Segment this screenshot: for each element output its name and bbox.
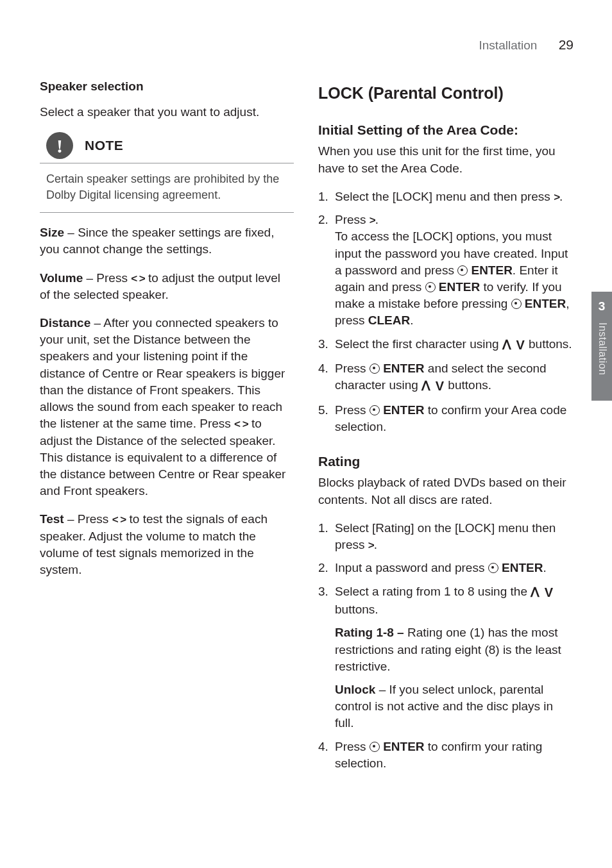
- volume-label: Volume: [40, 271, 83, 285]
- step-content: Press >. To access the [LOCK] options, y…: [335, 212, 572, 330]
- step-content: Select the [LOCK] menu and then press >.: [335, 188, 572, 205]
- header-page-number: 29: [559, 37, 574, 52]
- rating-intro: Blocks playback of rated DVDs based on t…: [318, 474, 572, 508]
- step-number: 4.: [318, 360, 335, 396]
- left-column: Speaker selection Select a speaker that …: [40, 78, 294, 778]
- note-body: Certain speaker settings are prohibited …: [40, 170, 294, 213]
- area-intro: When you use this unit for the first tim…: [318, 143, 572, 176]
- enter-icon: [457, 265, 468, 276]
- rating-steps: 1. Select [Rating] on the [LOCK] menu th…: [318, 520, 572, 772]
- enter-icon: [425, 282, 436, 292]
- left-right-icon: < >: [112, 513, 126, 526]
- rating-1-8-note: Rating 1-8 – Rating one (1) has the most…: [335, 624, 572, 675]
- list-item: 2. Press >. To access the [LOCK] options…: [318, 212, 572, 330]
- alert-icon: !: [46, 132, 73, 159]
- step-content: Select a rating from 1 to 8 using the Ʌ …: [335, 583, 572, 732]
- list-item: 3. Select the first character using Ʌ V …: [318, 336, 572, 355]
- size-label: Size: [40, 226, 64, 239]
- step-content: Press ENTER and select the second charac…: [335, 360, 572, 396]
- step-number: 5.: [318, 402, 335, 435]
- step-number: 1.: [318, 188, 335, 205]
- right-column: LOCK (Parental Control) Initial Setting …: [318, 78, 572, 778]
- up-down-icon: Ʌ V: [421, 379, 445, 393]
- area-code-steps: 1. Select the [LOCK] menu and then press…: [318, 188, 572, 436]
- heading-rating: Rating: [318, 453, 572, 471]
- heading-area-code: Initial Setting of the Area Code:: [318, 121, 572, 140]
- side-chapter-tab: 3 Installation: [591, 292, 612, 401]
- side-tab-number: 3: [591, 292, 612, 317]
- test-label: Test: [40, 512, 64, 526]
- right-icon: >: [368, 539, 374, 551]
- note-header: ! NOTE: [40, 132, 294, 163]
- list-item: 4. Press ENTER and select the second cha…: [318, 360, 572, 396]
- volume-paragraph: Volume – Press < > to adjust the output …: [40, 270, 294, 303]
- note-box: ! NOTE Certain speaker settings are proh…: [40, 132, 294, 213]
- size-text: – Since the speaker settings are fixed, …: [40, 226, 274, 256]
- distance-text-1: – After you connected speakers to your u…: [40, 316, 285, 430]
- note-title: NOTE: [85, 137, 123, 155]
- volume-text-1: – Press: [83, 271, 131, 285]
- enter-icon: [511, 299, 522, 309]
- rating-unlock-note: Unlock – If you select unlock, parental …: [335, 681, 572, 732]
- enter-icon: [370, 405, 380, 415]
- distance-label: Distance: [40, 316, 90, 330]
- distance-paragraph: Distance – After you connected speakers …: [40, 315, 294, 499]
- enter-icon: [370, 363, 380, 374]
- left-right-icon: < >: [234, 418, 248, 430]
- page-header: Installation 29: [479, 36, 574, 54]
- speaker-selection-intro: Select a speaker that you want to adjust…: [40, 104, 294, 121]
- step-content: Press ENTER to confirm your rating selec…: [335, 739, 572, 772]
- step-number: 3.: [318, 336, 335, 355]
- enter-icon: [370, 742, 380, 752]
- list-item: 5. Press ENTER to confirm your Area code…: [318, 402, 572, 435]
- step-content: Select the first character using Ʌ V but…: [335, 336, 572, 355]
- list-item: 3. Select a rating from 1 to 8 using the…: [318, 583, 572, 732]
- test-text-1: – Press: [64, 512, 112, 526]
- step-number: 4.: [318, 739, 335, 772]
- list-item: 1. Select the [LOCK] menu and then press…: [318, 188, 572, 205]
- step-number: 1.: [318, 520, 335, 553]
- step-content: Press ENTER to confirm your Area code se…: [335, 402, 572, 435]
- test-paragraph: Test – Press < > to test the signals of …: [40, 511, 294, 578]
- page-content: Speaker selection Select a speaker that …: [40, 78, 572, 778]
- step-number: 3.: [318, 583, 335, 732]
- size-paragraph: Size – Since the speaker settings are fi…: [40, 224, 294, 258]
- step-number: 2.: [318, 560, 335, 576]
- heading-speaker-selection: Speaker selection: [40, 78, 294, 95]
- step-content: Input a password and press ENTER.: [335, 560, 572, 576]
- header-section: Installation: [479, 38, 538, 52]
- step-content: Select [Rating] on the [LOCK] menu then …: [335, 520, 572, 553]
- enter-icon: [488, 563, 498, 573]
- right-icon: >: [370, 214, 375, 226]
- right-icon: >: [554, 191, 559, 203]
- left-right-icon: < >: [131, 272, 145, 285]
- list-item: 2. Input a password and press ENTER.: [318, 560, 572, 576]
- heading-lock: LOCK (Parental Control): [318, 82, 572, 104]
- step-number: 2.: [318, 212, 335, 330]
- side-tab-label: Installation: [591, 317, 612, 381]
- up-down-icon: Ʌ V: [531, 585, 554, 599]
- list-item: 1. Select [Rating] on the [LOCK] menu th…: [318, 520, 572, 553]
- list-item: 4. Press ENTER to confirm your rating se…: [318, 739, 572, 772]
- up-down-icon: Ʌ V: [502, 338, 525, 352]
